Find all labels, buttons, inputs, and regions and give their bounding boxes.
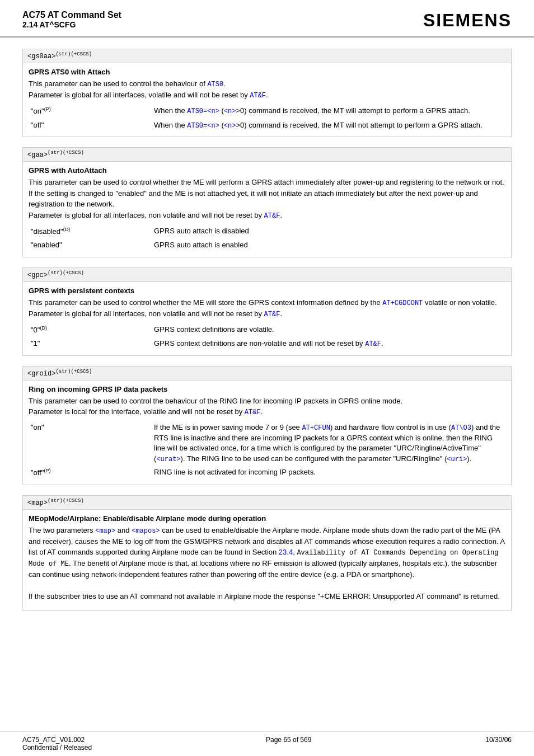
value-desc: RING line is not activated for incoming … [152, 466, 505, 480]
value-row: "off"(P) RING line is not activated for … [29, 466, 505, 480]
param-header-gaa: <gaa>(str)(+CSCS) [23, 148, 511, 162]
value-label: "on" [29, 421, 152, 466]
param-name-gs0aa: GPRS ATS0 with Attach [29, 68, 505, 76]
value-desc: If the ME is in power saving mode 7 or 9… [152, 421, 505, 466]
value-desc: When the ATS0=<n> (<n>>0) command is rec… [152, 104, 505, 119]
value-table-gaa: "disabled"(D) GPRS auto attach is disabl… [29, 224, 505, 252]
footer-right: 10/30/06 [485, 736, 512, 752]
param-desc-gs0aa-1: This parameter can be used to control th… [29, 78, 505, 101]
header-right: SIEMENS [423, 10, 512, 31]
value-desc: GPRS context definitions are volatile. [152, 323, 505, 337]
footer-doc-id: AC75_ATC_V01.002 [22, 736, 92, 744]
section-gpc: <gpc>(str)(+CSCS) GPRS with persistent c… [22, 267, 512, 356]
value-row: "off" When the ATS0=<n> (<n>>0) command … [29, 119, 505, 133]
param-header-gpc: <gpc>(str)(+CSCS) [23, 268, 511, 282]
param-desc-map-1: The two parameters <map> and <mapos> can… [29, 525, 505, 602]
param-name-map: MEopMode/Airplane: Enable/disable Airpla… [29, 514, 505, 523]
link-section-234: 23.4 [279, 548, 293, 556]
footer-center: Page 65 of 569 [266, 736, 311, 752]
param-desc-gaa-1: This parameter can be used to control wh… [29, 177, 505, 221]
header-left: AC75 AT Command Set 2.14 AT^SCFG [22, 10, 121, 29]
page-wrapper: AC75 AT Command Set 2.14 AT^SCFG SIEMENS… [0, 0, 534, 756]
param-body-gs0aa: GPRS ATS0 with Attach This parameter can… [23, 63, 511, 137]
value-row: "1" GPRS context definitions are non-vol… [29, 337, 505, 351]
param-header-gs0aa: <gs0aa>(str)(+CSCS) [23, 49, 511, 63]
link-atf-2: AT&F [264, 212, 280, 220]
value-desc: When the ATS0=<n> (<n>>0) command is rec… [152, 119, 505, 133]
section-gaa: <gaa>(str)(+CSCS) GPRS with AutoAttach T… [22, 147, 512, 257]
value-table-gpc: "0"(D) GPRS context definitions are vola… [29, 323, 505, 351]
value-row: "disabled"(D) GPRS auto attach is disabl… [29, 224, 505, 239]
link-atf-5: AT&F [245, 408, 261, 416]
value-label: "1" [29, 337, 152, 351]
param-header-groid: <groid>(str)(+CSCS) [23, 367, 511, 381]
value-label: "enabled" [29, 238, 152, 252]
footer-page: Page 65 of 569 [266, 736, 311, 744]
value-table-groid: "on" If the ME is in power saving mode 7… [29, 421, 505, 480]
value-row: "0"(D) GPRS context definitions are vola… [29, 323, 505, 337]
value-label: "off" [29, 119, 152, 133]
main-content: <gs0aa>(str)(+CSCS) GPRS ATS0 with Attac… [0, 37, 534, 632]
link-availability: Availability of AT Commands Depending on… [29, 549, 498, 568]
section-gs0aa: <gs0aa>(str)(+CSCS) GPRS ATS0 with Attac… [22, 49, 512, 137]
param-body-gaa: GPRS with AutoAttach This parameter can … [23, 162, 511, 256]
section-map: <map>(str)(+CSCS) MEopMode/Airplane: Ena… [22, 495, 512, 611]
value-row: "on" If the ME is in power saving mode 7… [29, 421, 505, 466]
param-body-gpc: GPRS with persistent contexts This param… [23, 282, 511, 355]
link-map: <map> [95, 527, 115, 535]
value-table-gs0aa: "on"(P) When the ATS0=<n> (<n>>0) comman… [29, 104, 505, 132]
value-row: "enabled" GPRS auto attach is enabled [29, 238, 505, 252]
value-row: "on"(P) When the ATS0=<n> (<n>>0) comman… [29, 104, 505, 119]
value-desc: GPRS auto attach is disabled [152, 224, 505, 239]
param-name-gpc: GPRS with persistent contexts [29, 287, 505, 295]
value-desc: GPRS auto attach is enabled [152, 238, 505, 252]
footer-status: Confidential / Released [22, 744, 92, 752]
page-header: AC75 AT Command Set 2.14 AT^SCFG SIEMENS [0, 0, 534, 37]
param-name-groid: Ring on incoming GPRS IP data packets [29, 385, 505, 393]
param-desc-gpc-1: This parameter can be used to control wh… [29, 297, 505, 320]
section-groid: <groid>(str)(+CSCS) Ring on incoming GPR… [22, 366, 512, 485]
link-ats0: ATS0 [207, 81, 223, 88]
link-cfun: AT+CFUN [302, 424, 330, 432]
link-atf-4: AT&F [365, 340, 381, 348]
value-label: "on"(P) [29, 104, 152, 119]
param-header-map: <map>(str)(+CSCS) [23, 496, 511, 510]
param-body-groid: Ring on incoming GPRS IP data packets Th… [23, 381, 511, 485]
value-label: "off"(P) [29, 466, 152, 480]
link-mapos: <mapos> [132, 527, 160, 535]
link-atf-3: AT&F [264, 311, 280, 318]
page-footer: AC75_ATC_V01.002 Confidential / Released… [0, 731, 534, 756]
footer-left: AC75_ATC_V01.002 Confidential / Released [22, 736, 92, 752]
link-cgdcont: AT+CGDCONT [382, 299, 423, 307]
brand-logo: SIEMENS [423, 10, 512, 31]
link-atf-1: AT&F [250, 92, 266, 100]
value-label: "disabled"(D) [29, 224, 152, 239]
doc-subtitle: 2.14 AT^SCFG [22, 20, 121, 29]
value-desc: GPRS context definitions are non-volatil… [152, 337, 505, 351]
footer-date: 10/30/06 [485, 736, 512, 744]
doc-title: AC75 AT Command Set [22, 10, 121, 20]
param-name-gaa: GPRS with AutoAttach [29, 166, 505, 175]
value-label: "0"(D) [29, 323, 152, 337]
param-body-map: MEopMode/Airplane: Enable/disable Airpla… [23, 510, 511, 610]
param-desc-groid-1: This parameter can be used to control th… [29, 396, 505, 418]
